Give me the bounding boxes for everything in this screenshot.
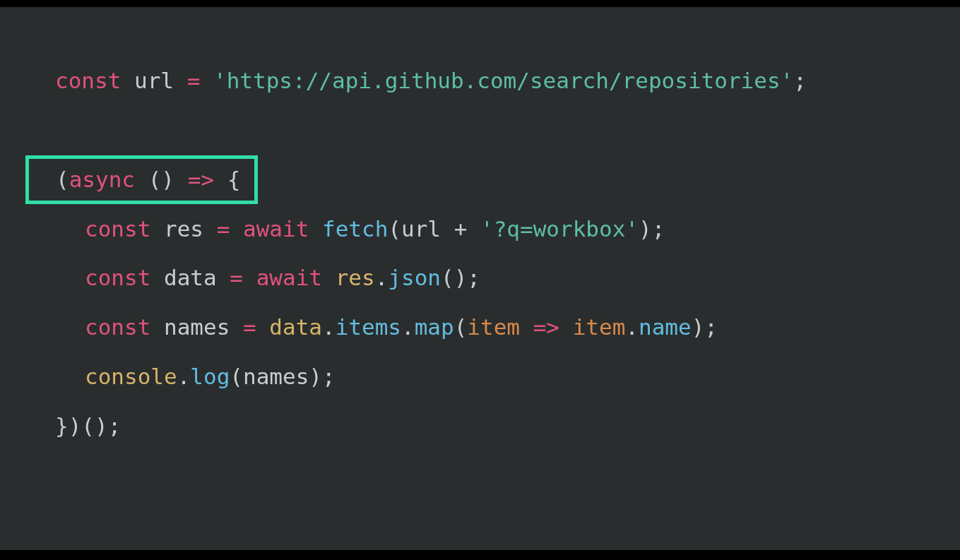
code-line-1: const url = 'https://api.github.com/sear… [55,56,960,106]
string-literal: '?q=workbox' [480,216,639,242]
operator-plus: + [454,216,468,242]
object: res [336,265,375,290]
paren: ( [56,167,69,192]
identifier: data [164,265,217,290]
dot: . [322,314,336,340]
semicolon: ; [793,68,807,93]
property: name [639,314,692,340]
semicolon: ; [322,364,336,389]
arrow: => [188,167,214,192]
paren: ( [454,314,468,340]
code-line-2: (async () => { [55,155,960,205]
paren: ) [309,364,322,389]
object: console [85,364,177,389]
code-line-3: const res = await fetch(url + '?q=workbo… [55,205,960,254]
parens: () [148,167,174,192]
parens: () [441,265,467,290]
paren: ( [230,364,243,389]
identifier: url [401,216,441,242]
keyword-await: await [256,265,322,290]
identifier: names [164,314,230,340]
keyword-async: async [69,167,135,192]
param: item [573,314,626,340]
highlight-box: (async () => { [25,155,258,204]
code-editor: const url = 'https://api.github.com/sear… [0,0,960,560]
semicolon: ; [467,265,480,290]
keyword-const: const [85,216,150,242]
property: items [336,314,401,340]
object: data [269,314,322,340]
semicolon: ; [704,314,718,340]
string-literal: 'https://api.github.com/search/repositor… [213,68,793,93]
method: map [415,314,454,340]
letterbox-bottom [0,550,960,560]
paren: ) [639,216,652,242]
code-line-7: })(); [55,402,960,451]
param: item [467,314,520,340]
identifier: url [134,68,174,93]
operator-assign: = [243,314,256,340]
code-line-4: const data = await res.json(); [55,254,960,303]
code-line-5: const names = data.items.map(item => ite… [55,303,960,352]
function-call: fetch [322,216,388,242]
paren: ( [388,216,401,242]
keyword-const: const [55,68,121,93]
identifier: res [164,216,203,242]
operator-assign: = [217,216,230,242]
blank-line [55,106,960,155]
method: log [190,364,230,389]
arrow: => [533,314,559,340]
dot: . [625,314,639,340]
semicolon: ; [652,216,665,242]
keyword-const: const [85,314,150,340]
closing: })(); [55,413,121,439]
method: json [388,265,441,290]
dot: . [375,265,389,290]
operator-assign: = [230,265,243,290]
dot: . [401,314,415,340]
keyword-await: await [243,216,309,242]
brace: { [227,167,241,192]
dot: . [177,364,191,389]
paren: ) [692,314,705,340]
identifier: names [243,364,309,389]
letterbox-top [0,0,960,7]
operator-assign: = [187,68,201,93]
keyword-const: const [85,265,150,290]
code-line-6: console.log(names); [55,352,960,402]
